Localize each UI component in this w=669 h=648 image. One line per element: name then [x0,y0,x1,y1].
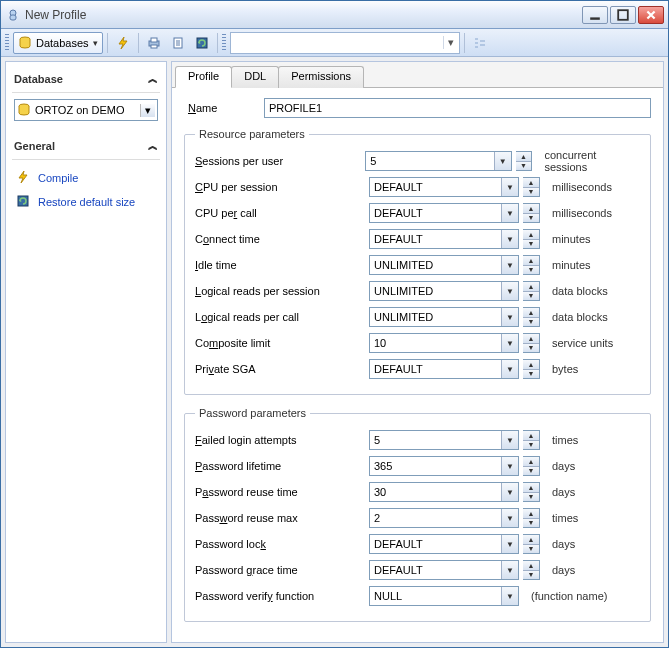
spinner-up-icon[interactable]: ▲ [523,178,539,188]
logical-reads-call-spinner[interactable]: ▲▼ [523,307,540,327]
spinner-down-icon[interactable]: ▼ [523,214,539,223]
logical-reads-call-combo[interactable]: UNLIMITED▼ [369,307,519,327]
dropdown-arrow-icon[interactable]: ▼ [501,509,518,527]
password-lock-spinner[interactable]: ▲▼ [523,534,540,554]
dropdown-arrow-icon[interactable]: ▼ [501,535,518,553]
compile-link[interactable]: Compile [14,166,158,190]
spinner-up-icon[interactable]: ▲ [523,360,539,370]
idle-time-combo[interactable]: UNLIMITED▼ [369,255,519,275]
spinner-up-icon[interactable]: ▲ [523,230,539,240]
minimize-button[interactable] [582,6,608,24]
sessions-per-user-spinner[interactable]: ▲▼ [516,151,533,171]
spinner-down-icon[interactable]: ▼ [523,493,539,502]
dropdown-arrow-icon[interactable]: ▼ [501,256,518,274]
spinner-up-icon[interactable]: ▲ [523,204,539,214]
dropdown-arrow-icon[interactable]: ▼ [501,431,518,449]
print-button[interactable] [143,32,165,54]
dropdown-arrow-icon[interactable]: ▼ [494,152,511,170]
restore-size-button[interactable] [191,32,213,54]
doc-button[interactable] [167,32,189,54]
connect-time-spinner[interactable]: ▲▼ [523,229,540,249]
dropdown-arrow-icon[interactable]: ▼ [501,334,518,352]
dropdown-arrow-icon[interactable]: ▼ [501,308,518,326]
compile-button[interactable] [112,32,134,54]
dropdown-arrow-icon[interactable]: ▼ [501,204,518,222]
spinner-down-icon[interactable]: ▼ [523,441,539,450]
dropdown-arrow-icon[interactable]: ▼ [501,360,518,378]
composite-limit-spinner[interactable]: ▲▼ [523,333,540,353]
logical-reads-session-spinner[interactable]: ▲▼ [523,281,540,301]
search-dropdown-arrow[interactable]: ▾ [443,36,459,49]
spinner-up-icon[interactable]: ▲ [523,334,539,344]
spinner-down-icon[interactable]: ▼ [523,292,539,301]
failed-login-attempts-spinner[interactable]: ▲▼ [523,430,540,450]
cpu-per-session-spinner[interactable]: ▲▼ [523,177,540,197]
search-combo[interactable]: ▾ [230,32,460,54]
dropdown-arrow-icon[interactable]: ▼ [501,230,518,248]
spinner-down-icon[interactable]: ▼ [523,344,539,353]
collapse-database-icon[interactable]: ︽ [148,72,158,86]
password-reuse-max-combo[interactable]: 2▼ [369,508,519,528]
toolbar-handle[interactable] [5,34,9,52]
close-button[interactable] [638,6,664,24]
spinner-up-icon[interactable]: ▲ [523,282,539,292]
spinner-down-icon[interactable]: ▼ [523,318,539,327]
spinner-up-icon[interactable]: ▲ [523,308,539,318]
sessions-per-user-combo[interactable]: 5▼ [365,151,512,171]
spinner-down-icon[interactable]: ▼ [523,545,539,554]
tab-permissions[interactable]: Permissions [278,66,364,88]
dropdown-arrow-icon[interactable]: ▾ [140,104,155,117]
restore-size-link[interactable]: Restore default size [14,190,158,214]
spinner-up-icon[interactable]: ▲ [523,535,539,545]
spinner-down-icon[interactable]: ▼ [523,467,539,476]
password-reuse-time-spinner[interactable]: ▲▼ [523,482,540,502]
password-reuse-max-spinner[interactable]: ▲▼ [523,508,540,528]
tab-ddl[interactable]: DDL [231,66,279,88]
spinner-down-icon[interactable]: ▼ [523,188,539,197]
toolbar-handle-2[interactable] [222,34,226,52]
spinner-up-icon[interactable]: ▲ [523,431,539,441]
maximize-button[interactable] [610,6,636,24]
spinner-up-icon[interactable]: ▲ [523,457,539,467]
spinner-down-icon[interactable]: ▼ [523,571,539,580]
dropdown-arrow-icon[interactable]: ▼ [501,483,518,501]
password-lifetime-combo[interactable]: 365▼ [369,456,519,476]
spinner-down-icon[interactable]: ▼ [523,266,539,275]
spinner-up-icon[interactable]: ▲ [516,152,532,162]
database-selector[interactable]: ORTOZ on DEMO ▾ [14,99,158,121]
private-sga-combo[interactable]: DEFAULT▼ [369,359,519,379]
password-grace-time-combo[interactable]: DEFAULT▼ [369,560,519,580]
password-reuse-time-combo[interactable]: 30▼ [369,482,519,502]
password-lifetime-spinner[interactable]: ▲▼ [523,456,540,476]
tree-filter-button[interactable] [469,32,491,54]
password-lock-combo[interactable]: DEFAULT▼ [369,534,519,554]
cpu-per-call-spinner[interactable]: ▲▼ [523,203,540,223]
dropdown-arrow-icon[interactable]: ▼ [501,561,518,579]
logical-reads-session-combo[interactable]: UNLIMITED▼ [369,281,519,301]
password-verify-function-combo[interactable]: NULL▼ [369,586,519,606]
cpu-per-call-combo[interactable]: DEFAULT▼ [369,203,519,223]
spinner-down-icon[interactable]: ▼ [516,162,532,171]
databases-dropdown[interactable]: Databases ▾ [13,32,103,54]
password-grace-time-spinner[interactable]: ▲▼ [523,560,540,580]
spinner-up-icon[interactable]: ▲ [523,561,539,571]
composite-limit-combo[interactable]: 10▼ [369,333,519,353]
connect-time-combo[interactable]: DEFAULT▼ [369,229,519,249]
spinner-down-icon[interactable]: ▼ [523,519,539,528]
dropdown-arrow-icon[interactable]: ▼ [501,178,518,196]
spinner-up-icon[interactable]: ▲ [523,483,539,493]
failed-login-attempts-combo[interactable]: 5▼ [369,430,519,450]
tab-profile[interactable]: Profile [175,66,232,88]
profile-name-input[interactable] [264,98,651,118]
private-sga-spinner[interactable]: ▲▼ [523,359,540,379]
dropdown-arrow-icon[interactable]: ▼ [501,587,518,605]
dropdown-arrow-icon[interactable]: ▼ [501,282,518,300]
search-input[interactable] [231,37,443,49]
spinner-up-icon[interactable]: ▲ [523,256,539,266]
spinner-up-icon[interactable]: ▲ [523,509,539,519]
dropdown-arrow-icon[interactable]: ▼ [501,457,518,475]
idle-time-spinner[interactable]: ▲▼ [523,255,540,275]
spinner-down-icon[interactable]: ▼ [523,240,539,249]
spinner-down-icon[interactable]: ▼ [523,370,539,379]
cpu-per-session-combo[interactable]: DEFAULT▼ [369,177,519,197]
